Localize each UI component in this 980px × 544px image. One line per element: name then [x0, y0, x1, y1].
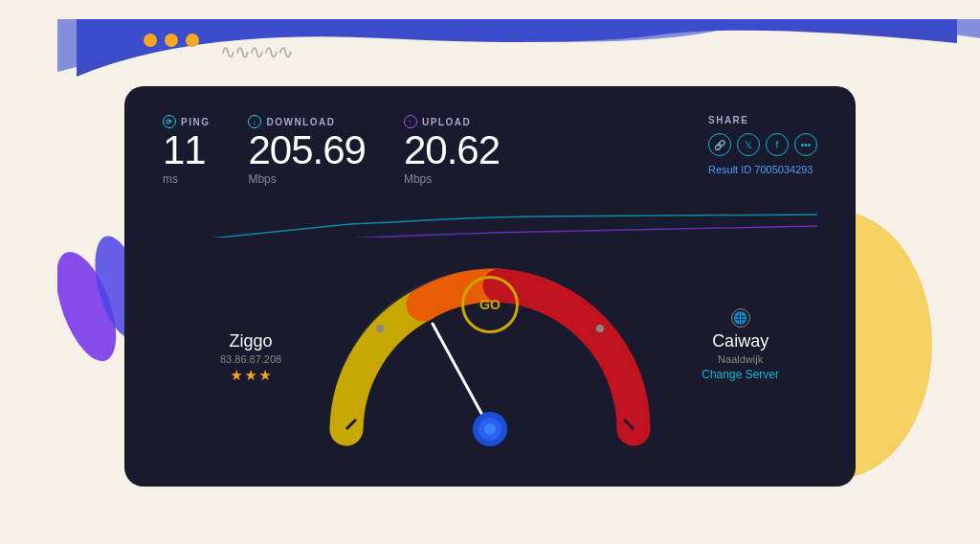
share-facebook-button[interactable]: f: [766, 133, 789, 156]
share-section: SHARE 🔗 𝕏 f ••• Result ID 7005034293: [708, 115, 817, 175]
speedometer-area: Ziggo 83.86.87.208: [163, 247, 817, 458]
globe-icon: 🌐: [731, 308, 750, 328]
window-dot-1: [144, 34, 157, 47]
upload-value: 20.62: [404, 130, 500, 170]
upload-icon: ↑: [404, 115, 417, 128]
squiggle-decoration: ∿∿∿∿∿: [220, 40, 292, 63]
result-id: Result ID 7005034293: [708, 164, 813, 175]
svg-point-8: [484, 423, 496, 435]
window-controls: [144, 34, 199, 47]
speedometer: GO: [308, 247, 672, 458]
ping-unit: ms: [163, 172, 210, 186]
ping-stat: ⟳ PING 11 ms: [163, 115, 210, 186]
change-server-button[interactable]: Change Server: [702, 368, 779, 381]
server-left-ip: 83.86.87.208: [220, 353, 281, 365]
window-dot-2: [165, 34, 178, 47]
download-label: ↓ DOWNLOAD: [248, 115, 365, 128]
server-left-stars: [220, 370, 281, 381]
server-right-info: 🌐 Caiway Naaldwijk Change Server: [702, 308, 779, 381]
stats-row: ⟳ PING 11 ms ↓ DOWNLOAD 205.69 Mbps ↑ UP…: [163, 115, 817, 186]
go-button[interactable]: GO: [461, 276, 519, 333]
server-right-name: Caiway: [702, 331, 779, 351]
star-1: [231, 370, 242, 381]
share-link-button[interactable]: 🔗: [708, 133, 731, 156]
download-unit: Mbps: [248, 172, 365, 186]
upload-stat: ↑ UPLOAD 20.62 Mbps: [404, 115, 500, 186]
download-icon: ↓: [248, 115, 261, 128]
server-right-location: Naaldwijk: [702, 353, 779, 365]
svg-line-5: [433, 324, 490, 429]
share-icons-row: 🔗 𝕏 f •••: [708, 133, 817, 156]
upload-unit: Mbps: [404, 172, 500, 186]
top-brush-decoration: [0, 19, 980, 77]
speed-graph: [163, 205, 817, 238]
star-2: [245, 370, 256, 381]
share-label: SHARE: [708, 115, 749, 125]
window-dot-3: [186, 34, 199, 47]
share-twitter-button[interactable]: 𝕏: [737, 133, 760, 156]
svg-point-10: [596, 325, 604, 332]
server-left-name: Ziggo: [220, 331, 281, 351]
share-more-button[interactable]: •••: [794, 133, 817, 156]
svg-point-9: [376, 325, 384, 332]
download-value: 205.69: [248, 130, 365, 170]
download-stat: ↓ DOWNLOAD 205.69 Mbps: [248, 115, 365, 186]
star-3: [259, 370, 271, 381]
ping-icon: ⟳: [163, 115, 176, 128]
upload-label: ↑ UPLOAD: [404, 115, 500, 128]
server-left-info: Ziggo 83.86.87.208: [220, 331, 281, 381]
ping-value: 11: [163, 130, 210, 170]
speedtest-card: ⟳ PING 11 ms ↓ DOWNLOAD 205.69 Mbps ↑ UP…: [124, 86, 856, 487]
ping-label: ⟳ PING: [163, 115, 210, 128]
